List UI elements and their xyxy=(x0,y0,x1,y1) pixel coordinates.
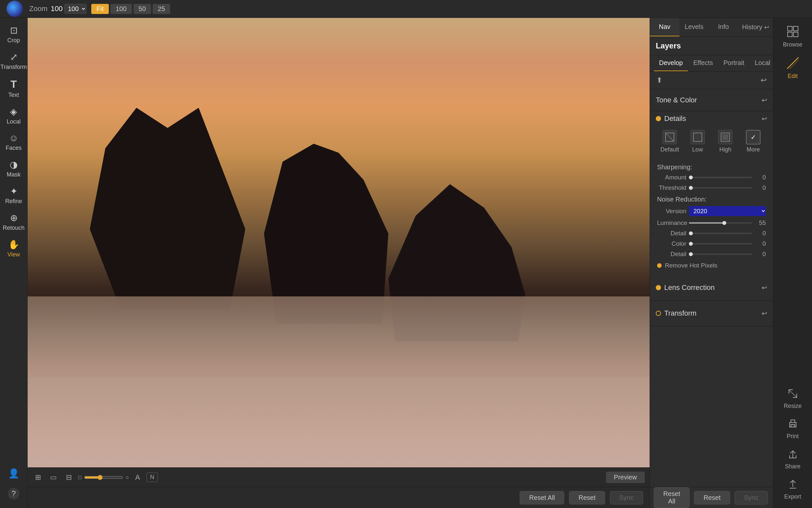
sharpening-label: Sharpening: xyxy=(656,161,767,172)
develop-tab-develop[interactable]: Develop xyxy=(654,55,688,71)
help-icon: ? xyxy=(8,488,19,500)
nr-detail-label: Detail xyxy=(657,230,686,237)
lens-correction-collapsible: Lens Correction ↩ xyxy=(650,279,773,296)
details-reset-button[interactable]: ↩ xyxy=(762,115,767,123)
resize-label: Resize xyxy=(784,403,802,410)
retouch-label: Retouch xyxy=(3,224,25,231)
export-panel-button[interactable]: ⬆ xyxy=(655,75,664,86)
transform-reset[interactable]: ↩ xyxy=(762,309,767,317)
far-right-export[interactable]: Export xyxy=(773,474,812,505)
luminance-slider-thumb xyxy=(722,221,726,225)
preset-high[interactable]: High xyxy=(713,127,738,156)
reset-all-button[interactable]: Reset All xyxy=(520,491,564,504)
reset-all-panel-button[interactable]: Reset All xyxy=(654,487,689,508)
preset-default-label: Default xyxy=(660,146,679,153)
tab-nav[interactable]: Nav xyxy=(650,18,679,36)
zoom-dropdown[interactable]: 100755025 xyxy=(64,4,86,14)
version-select[interactable]: 202020182016 xyxy=(689,206,766,216)
remove-hot-pixels-row[interactable]: Remove Hot Pixels xyxy=(656,259,767,272)
tool-text[interactable]: T Text xyxy=(0,75,27,102)
transform-header[interactable]: Transform ↩ xyxy=(656,306,767,321)
lens-correction-indicator xyxy=(656,285,661,290)
hot-pixel-label: Remove Hot Pixels xyxy=(665,262,717,269)
retouch-icon: ⊕ xyxy=(10,213,17,223)
view-label: View xyxy=(7,251,20,258)
split-view-button[interactable]: ⊟ xyxy=(63,472,75,483)
preset-default[interactable]: Default xyxy=(657,127,682,156)
preset-more-icon: ✓ xyxy=(746,130,760,144)
develop-tab-local[interactable]: Local xyxy=(750,55,776,71)
tool-crop[interactable]: ⊡ Crop xyxy=(0,21,27,48)
zoom-fit-button[interactable]: Fit xyxy=(91,4,109,14)
far-right-panel: Browse Edit Resize xyxy=(773,18,812,508)
tone-color-reset[interactable]: ↩ xyxy=(762,96,767,104)
tone-color-header[interactable]: Tone & Color ↩ xyxy=(650,93,773,107)
tool-refine[interactable]: ✦ Refine xyxy=(0,182,27,209)
text-overlay-button[interactable]: A xyxy=(133,472,143,483)
lens-correction-reset[interactable]: ↩ xyxy=(762,284,767,292)
sync-button[interactable]: Sync xyxy=(610,491,643,504)
svg-rect-6 xyxy=(794,26,798,31)
browse-label: Browse xyxy=(783,41,802,48)
color-detail-slider-track[interactable] xyxy=(689,254,752,255)
tool-faces[interactable]: ☺ Faces xyxy=(0,129,27,155)
tool-local[interactable]: ◈ Local xyxy=(0,102,27,129)
info-overlay-button[interactable]: N xyxy=(146,473,158,482)
develop-tab-portrait[interactable]: Portrait xyxy=(718,55,749,71)
luminance-row: Luminance 55 xyxy=(656,218,767,228)
tool-mask[interactable]: ◑ Mask xyxy=(0,155,27,182)
zoom-50-button[interactable]: 50 xyxy=(134,4,151,14)
tab-history[interactable]: History ↩ xyxy=(738,18,773,36)
preset-high-label: High xyxy=(719,146,731,153)
tool-transform[interactable]: ⤢ Transform xyxy=(0,48,27,75)
preset-buttons: Default Low xyxy=(656,127,767,156)
lens-correction-header[interactable]: Lens Correction ↩ xyxy=(656,280,767,295)
tool-retouch[interactable]: ⊕ Retouch xyxy=(0,209,27,235)
tab-info[interactable]: Info xyxy=(709,18,738,36)
threshold-slider-track[interactable] xyxy=(689,187,752,188)
amount-value: 0 xyxy=(755,174,766,181)
details-header[interactable]: Details ↩ xyxy=(656,115,767,123)
reset-button[interactable]: Reset xyxy=(569,491,605,504)
panel-actions: ⬆ ↩ xyxy=(650,72,773,89)
develop-tab-effects[interactable]: Effects xyxy=(688,55,718,71)
lens-correction-section: Lens Correction ↩ xyxy=(650,275,773,301)
zoom-100-button[interactable]: 100 xyxy=(110,4,132,14)
far-right-edit[interactable]: Edit xyxy=(773,53,812,84)
zoom-25-button[interactable]: 25 xyxy=(153,4,170,14)
tool-help[interactable]: ? xyxy=(0,484,27,505)
nr-detail-slider-track[interactable] xyxy=(689,233,752,234)
far-right-print[interactable]: Print xyxy=(773,414,812,444)
grid-view-button[interactable]: ⊞ xyxy=(33,472,44,483)
noise-reduction-label: Noise Reduction: xyxy=(656,193,767,204)
history-label: History xyxy=(742,24,762,31)
preset-low[interactable]: Low xyxy=(685,127,710,156)
zoom-slider[interactable] xyxy=(84,475,123,480)
details-section: Details ↩ Default xyxy=(650,111,773,275)
share-label: Share xyxy=(785,463,800,470)
luminance-slider-track[interactable] xyxy=(689,222,752,224)
panel-reset-button[interactable]: ↩ xyxy=(759,75,768,86)
single-view-button[interactable]: ▭ xyxy=(47,472,59,483)
far-right-browse[interactable]: Browse xyxy=(773,21,812,53)
color-slider-track[interactable] xyxy=(689,243,752,244)
sync-panel-button[interactable]: Sync xyxy=(735,491,768,504)
app-footer: Reset All Reset Sync xyxy=(28,487,650,508)
amount-slider-track[interactable] xyxy=(689,177,752,178)
transform-collapsible: Transform ↩ xyxy=(650,304,773,322)
tab-levels[interactable]: Levels xyxy=(679,18,709,36)
zoom-value[interactable]: 100 xyxy=(51,5,63,13)
preset-more-label: More xyxy=(747,146,760,153)
canvas-and-bottom: ⊞ ▭ ⊟ □ ○ A N Preview Reset All Reset Sy… xyxy=(28,18,650,508)
user-icon: 👤 xyxy=(8,468,19,479)
refine-icon: ✦ xyxy=(10,186,17,197)
preview-button[interactable]: Preview xyxy=(606,472,645,483)
preset-more[interactable]: ✓ More xyxy=(741,127,766,156)
reset-panel-button[interactable]: Reset xyxy=(694,491,730,504)
amount-row: Amount 0 xyxy=(656,172,767,183)
far-right-resize[interactable]: Resize xyxy=(773,384,812,414)
tool-user[interactable]: 👤 xyxy=(0,464,27,484)
tool-view[interactable]: ✋ View xyxy=(0,235,27,262)
text-label: Text xyxy=(8,92,19,98)
far-right-share[interactable]: Share xyxy=(773,444,812,474)
